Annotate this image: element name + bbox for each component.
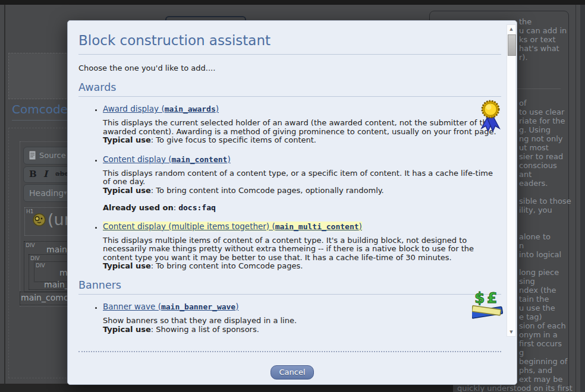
- sidebar-text-line: ut most: [519, 143, 565, 152]
- sidebar-text-line: riate for the: [519, 116, 565, 125]
- link-text: Banner wave (: [103, 302, 161, 311]
- sidebar-text-line: e tag): [519, 312, 567, 321]
- sidebar-text-line: tain the: [519, 295, 567, 304]
- block-description: Show banners so that they are displayed …: [103, 317, 501, 334]
- list-item: Content display (multiple items together…: [103, 220, 501, 271]
- sidebar-text-line: sier to read: [519, 152, 565, 161]
- screen: Comcode pa Source B I abe Heading 1 ▾ H1: [0, 0, 585, 392]
- sidebar-paragraph: alone toninto logical: [519, 232, 561, 259]
- dialog-scrollbar[interactable]: ▲ ▼: [507, 24, 516, 337]
- sidebar-text-line: g: [519, 348, 567, 357]
- sidebar-text-line: eaders.: [519, 179, 565, 188]
- italic-button[interactable]: I: [43, 169, 48, 179]
- link-text: ): [227, 154, 230, 164]
- sidebar-text-line: sion of each: [519, 321, 567, 330]
- typical-use-text: : To bring content into Comcode pages, o…: [151, 186, 384, 195]
- tree-node-label: m: [59, 268, 68, 277]
- sidebar-text-line: onym in a: [519, 330, 567, 339]
- dialog-footer: Cancel: [68, 365, 517, 380]
- sidebar-text-line: quickly understood on its first: [457, 384, 573, 392]
- list-item: Award display (main_awards) This display…: [103, 103, 501, 145]
- div-tag-label: DIV: [26, 242, 35, 248]
- block-link-main-content[interactable]: Content display (main_content): [103, 154, 231, 164]
- banners-money-icon: $ £: [472, 290, 503, 323]
- sidebar-text-line: of: [519, 99, 565, 108]
- sidebar-text-line: r).: [519, 53, 567, 62]
- link-text: ): [359, 222, 362, 231]
- block-link-main-banner-wave[interactable]: Banner wave (main_banner_wave): [103, 302, 238, 311]
- page-left-border: [4, 5, 5, 392]
- sidebar-text-line: into logical: [519, 250, 561, 259]
- footer-dotted-divider: [78, 351, 501, 352]
- link-code: main_banner_wave: [161, 302, 235, 311]
- description-text: This displays the current selected holde…: [103, 118, 496, 136]
- cancel-button[interactable]: Cancel: [271, 365, 313, 380]
- typical-use-label: Typical use: [103, 186, 151, 195]
- link-text: ): [235, 302, 238, 311]
- sidebar-text-line: ks or text: [519, 35, 567, 44]
- page-bottom-dark-area: [0, 384, 453, 392]
- page-right-edge: [580, 5, 585, 392]
- chevron-down-icon: ▾: [64, 189, 67, 197]
- sidebar-text-line: ndex (the: [519, 286, 567, 295]
- browser-top-edge: [0, 0, 585, 5]
- smiley-icon: [32, 213, 46, 229]
- used-page-code: docs:faq: [178, 203, 216, 212]
- block-description: This displays multiple items of content …: [103, 236, 501, 271]
- typical-use-label: Typical use: [103, 135, 151, 144]
- description-text: This displays random content of a conten…: [103, 169, 493, 186]
- section-heading-banners: Banners: [78, 279, 501, 295]
- typical-use-label: Typical use: [103, 261, 151, 270]
- typical-use-text: : To bring content into Comcode pages.: [151, 261, 303, 270]
- sidebar-text-line: ant: [519, 170, 565, 179]
- sidebar-paragraph: sible to thoseility, you: [519, 197, 571, 214]
- block-description: This displays random content of a conten…: [103, 169, 501, 195]
- div-tag-label: DIV: [36, 263, 45, 268]
- sidebar-text-line: first occurs: [519, 339, 567, 348]
- sidebar-text-line: ility, you: [519, 206, 571, 214]
- source-document-icon: [29, 150, 36, 163]
- dialog-intro: Choose the one you'd like to add....: [78, 64, 501, 72]
- scroll-up-arrow[interactable]: ▲: [507, 26, 515, 33]
- sidebar-text-line: ng not only: [519, 134, 565, 143]
- sidebar-text-line: hat's what: [519, 44, 567, 53]
- award-rosette-icon: [476, 99, 505, 135]
- typical-use-text: : To give focus to specific items of con…: [151, 135, 316, 144]
- link-text: Award display (: [103, 104, 165, 113]
- pound-glyph: £: [487, 290, 497, 306]
- sidebar-text-line: sing: [519, 277, 567, 286]
- list-item: Banner wave (main_banner_wave) Show bann…: [103, 301, 501, 334]
- description-text: This displays multiple items of content …: [103, 236, 474, 262]
- block-assistant-dialog: Block construction assistant Choose the …: [67, 20, 517, 385]
- banners-block-list: Banner wave (main_banner_wave) Show bann…: [78, 301, 501, 334]
- block-link-main-awards[interactable]: Award display (main_awards): [103, 104, 219, 113]
- sidebar-text-line: g. Using: [519, 125, 565, 134]
- scrollbar-thumb[interactable]: [508, 34, 516, 56]
- sidebar-paragraph: theu can add inks or texthat's whatr).: [519, 17, 567, 62]
- block-link-main-multi-content[interactable]: Content display (multiple items together…: [103, 222, 362, 231]
- sidebar-text-line: sible to those: [519, 197, 571, 206]
- already-used-line: Already used on: docs:faq: [103, 203, 501, 212]
- page-right-border: [575, 5, 576, 392]
- sidebar-paragraph: long piecesingndex (thetain theu use the…: [519, 268, 567, 384]
- sidebar-text-line: u can add in: [519, 26, 567, 35]
- dialog-body: Block construction assistant Choose the …: [68, 21, 517, 384]
- bold-button[interactable]: B: [29, 169, 37, 179]
- source-button-label: Source: [39, 151, 66, 160]
- list-item: Content display (main_content) This disp…: [103, 153, 501, 212]
- sidebar-paragraph: ofto use clearriate for theg. Usingng no…: [519, 99, 565, 188]
- dialog-title: Block construction assistant: [78, 33, 501, 48]
- description-text: Show banners so that they are displayed …: [103, 316, 297, 325]
- sidebar-text-line: beginning of: [519, 357, 567, 366]
- section-heading-awards: Awards: [78, 81, 501, 97]
- sidebar-text-line: to use clear: [519, 108, 565, 116]
- link-text: ): [216, 104, 219, 113]
- scroll-down-arrow[interactable]: ▼: [507, 328, 515, 336]
- sidebar-text-line: ext may be: [519, 375, 567, 384]
- link-code: main_multi_content: [275, 222, 359, 231]
- title-divider: [78, 54, 501, 55]
- link-code: main_content: [171, 155, 227, 164]
- dollar-glyph: $: [474, 290, 485, 306]
- sidebar-text-line: phs, and: [519, 366, 567, 375]
- link-text: Content display (multiple items together…: [103, 222, 275, 231]
